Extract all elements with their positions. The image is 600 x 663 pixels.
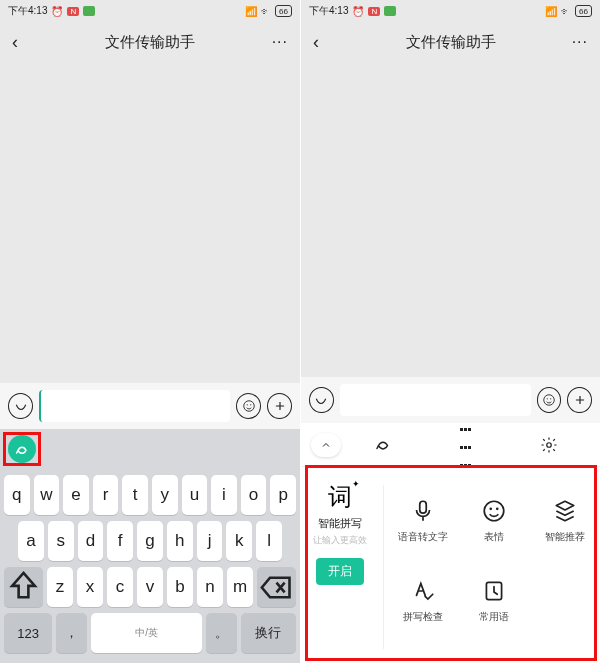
key-q[interactable]: q xyxy=(4,475,30,515)
key-s[interactable]: s xyxy=(48,521,74,561)
svg-point-0 xyxy=(243,401,254,412)
keyboard: q w e r t y u i o p a s d f g h j k l z xyxy=(0,469,300,663)
key-o[interactable]: o xyxy=(241,475,267,515)
key-comma[interactable]: ， xyxy=(56,613,87,653)
key-numeric[interactable]: 123 xyxy=(4,613,52,653)
stack-icon xyxy=(552,498,578,524)
phone-left: 下午4:13 ⏰ N 📶 ᯤ 66 ‹ 文件传输助手 ··· xyxy=(0,0,300,663)
key-d[interactable]: d xyxy=(78,521,104,561)
key-shift[interactable] xyxy=(4,567,43,607)
status-bar: 下午4:13 ⏰ N 📶 ᯤ 66 xyxy=(301,0,600,22)
key-z[interactable]: z xyxy=(47,567,73,607)
key-backspace[interactable] xyxy=(257,567,296,607)
signal-icon: 📶 xyxy=(245,6,257,17)
feature-spell-check[interactable]: 拼写检查 xyxy=(388,561,459,641)
feature-grid: 语音转文字 表情 智能推荐 拼写检查 常用语 xyxy=(388,481,600,653)
svg-point-10 xyxy=(496,508,499,511)
spellcheck-icon xyxy=(410,578,436,604)
enable-button[interactable]: 开启 xyxy=(316,558,364,585)
key-space[interactable]: 中/英 xyxy=(91,613,201,653)
phone-right: 下午4:13 ⏰ N 📶 ᯤ 66 ‹ 文件传输助手 ··· xyxy=(300,0,600,663)
svg-point-2 xyxy=(250,404,251,405)
key-t[interactable]: t xyxy=(122,475,148,515)
status-bar: 下午4:13 ⏰ N 📶 ᯤ 66 xyxy=(0,0,300,22)
key-c[interactable]: c xyxy=(107,567,133,607)
back-button[interactable]: ‹ xyxy=(12,32,18,53)
back-button[interactable]: ‹ xyxy=(313,32,319,53)
chat-body xyxy=(0,62,300,383)
plus-icon[interactable] xyxy=(267,393,292,419)
feature-smart-rec[interactable]: 智能推荐 xyxy=(529,481,600,561)
signal-icon: 📶 xyxy=(545,6,557,17)
feature-label: 拼写检查 xyxy=(403,610,443,624)
expand-button[interactable] xyxy=(311,433,341,457)
status-badge-green xyxy=(384,6,396,16)
battery-icon: 66 xyxy=(275,5,292,17)
key-a[interactable]: a xyxy=(18,521,44,561)
key-row-1: q w e r t y u i o p xyxy=(4,475,296,515)
key-u[interactable]: u xyxy=(182,475,208,515)
svg-point-9 xyxy=(489,508,492,511)
key-x[interactable]: x xyxy=(77,567,103,607)
key-m[interactable]: m xyxy=(227,567,253,607)
feature-emoji[interactable]: 表情 xyxy=(459,481,530,561)
key-row-4: 123 ， 中/英 。 换行 xyxy=(4,613,296,653)
key-h[interactable]: h xyxy=(167,521,193,561)
key-r[interactable]: r xyxy=(93,475,119,515)
smile-icon[interactable] xyxy=(537,387,562,413)
key-enter[interactable]: 换行 xyxy=(241,613,296,653)
status-badge-green xyxy=(83,6,95,16)
alarm-icon: ⏰ xyxy=(51,6,63,17)
nav-bar: ‹ 文件传输助手 ··· xyxy=(0,22,300,62)
ime-logo-button[interactable] xyxy=(8,435,36,463)
key-p[interactable]: p xyxy=(270,475,296,515)
key-n[interactable]: n xyxy=(197,567,223,607)
smile-icon[interactable] xyxy=(236,393,261,419)
more-button[interactable]: ··· xyxy=(272,33,288,51)
key-b[interactable]: b xyxy=(167,567,193,607)
key-i[interactable]: i xyxy=(211,475,237,515)
key-k[interactable]: k xyxy=(226,521,252,561)
plus-icon[interactable] xyxy=(567,387,592,413)
tab-settings[interactable] xyxy=(507,423,590,467)
input-row xyxy=(0,383,300,429)
key-row-2: a s d f g h j k l xyxy=(4,521,296,561)
key-w[interactable]: w xyxy=(34,475,60,515)
battery-icon: 66 xyxy=(575,5,592,17)
key-period[interactable]: 。 xyxy=(206,613,237,653)
grid-icon xyxy=(460,418,472,472)
feature-phrases[interactable]: 常用语 xyxy=(459,561,530,641)
voice-icon[interactable] xyxy=(8,393,33,419)
feature-voice-to-text[interactable]: 语音转文字 xyxy=(388,481,459,561)
message-input[interactable] xyxy=(340,384,531,416)
page-title: 文件传输助手 xyxy=(105,33,195,52)
smart-spell-subtitle: 智能拼写 xyxy=(318,516,362,531)
status-time: 下午4:13 xyxy=(8,4,47,18)
feature-panel: 词✦ 智能拼写 让输入更高效 开启 语音转文字 表情 智能推荐 拼写检查 xyxy=(301,467,600,663)
wifi-icon: ᯤ xyxy=(561,6,571,17)
key-g[interactable]: g xyxy=(137,521,163,561)
svg-point-5 xyxy=(550,398,551,399)
input-row xyxy=(301,377,600,423)
key-e[interactable]: e xyxy=(63,475,89,515)
smart-spell-card: 词✦ 智能拼写 让输入更高效 开启 xyxy=(301,481,379,653)
nav-bar: ‹ 文件传输助手 ··· xyxy=(301,22,600,62)
svg-point-8 xyxy=(484,501,504,521)
smile-icon xyxy=(481,498,507,524)
key-j[interactable]: j xyxy=(197,521,223,561)
key-l[interactable]: l xyxy=(256,521,282,561)
message-input[interactable] xyxy=(39,390,230,422)
note-icon xyxy=(481,578,507,604)
voice-icon[interactable] xyxy=(309,387,334,413)
key-y[interactable]: y xyxy=(152,475,178,515)
status-time: 下午4:13 xyxy=(309,4,348,18)
key-v[interactable]: v xyxy=(137,567,163,607)
status-badge-red: N xyxy=(67,7,79,16)
key-row-3: z x c v b n m xyxy=(4,567,296,607)
svg-point-1 xyxy=(246,404,247,405)
chat-body xyxy=(301,62,600,377)
more-button[interactable]: ··· xyxy=(572,33,588,51)
tab-grid[interactable] xyxy=(424,423,507,467)
tab-ime-logo[interactable] xyxy=(341,423,424,467)
key-f[interactable]: f xyxy=(107,521,133,561)
